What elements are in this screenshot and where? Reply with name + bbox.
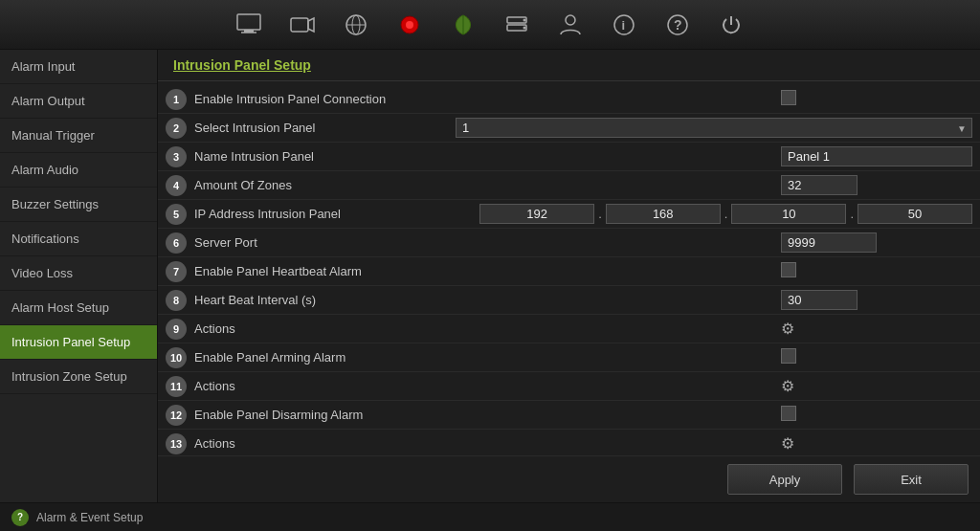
bottom-bar: ? Alarm & Event Setup (0, 502, 980, 531)
storage-icon[interactable] (499, 7, 535, 43)
value-amount-zones (781, 175, 972, 195)
bottom-label: Alarm & Event Setup (36, 511, 143, 524)
page-title: Intrusion Panel Setup (158, 50, 980, 81)
event-icon[interactable] (445, 7, 481, 43)
row-num-6: 6 (166, 232, 187, 254)
value-actions-11: ⚙ (781, 377, 972, 395)
sidebar-item-alarm-host-setup[interactable]: Alarm Host Setup (0, 291, 157, 325)
form-body: 1 Enable Intrusion Panel Connection 2 Se… (158, 81, 980, 455)
value-actions-9: ⚙ (781, 320, 972, 338)
label-actions-11: Actions (194, 379, 781, 393)
record-icon[interactable] (391, 7, 428, 43)
label-enable-connection: Enable Intrusion Panel Connection (194, 92, 781, 106)
label-heartbeat-interval: Heart Beat Interval (s) (194, 293, 781, 307)
label-heartbeat-alarm: Enable Panel Heartbeat Alarm (194, 264, 781, 278)
row-name-panel: 3 Name Intrusion Panel (158, 143, 980, 171)
checkbox-enable-connection[interactable] (781, 90, 796, 105)
select-panel-dropdown[interactable]: 1 2 3 4 (456, 118, 972, 138)
ip-octet-3[interactable] (731, 204, 846, 224)
svg-rect-0 (237, 14, 260, 30)
row-num-10: 10 (166, 347, 187, 368)
row-num-11: 11 (166, 376, 187, 397)
sidebar-item-alarm-audio[interactable]: Alarm Audio (0, 153, 157, 188)
value-name-panel (781, 146, 972, 166)
checkbox-heartbeat-alarm[interactable] (781, 262, 796, 277)
ip-octet-2[interactable] (606, 204, 721, 224)
camera-icon[interactable] (284, 7, 321, 43)
svg-point-12 (523, 18, 526, 21)
svg-point-13 (523, 26, 526, 29)
value-enable-connection (781, 90, 972, 108)
input-amount-zones[interactable] (781, 175, 858, 195)
label-name-panel: Name Intrusion Panel (194, 149, 781, 164)
row-num-8: 8 (166, 290, 187, 311)
power-icon[interactable] (713, 7, 749, 43)
label-amount-zones: Amount Of Zones (194, 178, 781, 192)
bottom-event-icon: ? (11, 509, 29, 526)
svg-point-9 (406, 21, 413, 29)
row-num-1: 1 (166, 89, 187, 110)
label-actions-9: Actions (194, 321, 781, 336)
user-icon[interactable] (552, 7, 589, 43)
exit-button[interactable]: Exit (854, 464, 969, 495)
sidebar-item-alarm-input[interactable]: Alarm Input (0, 50, 157, 84)
sidebar-item-notifications[interactable]: Notifications (0, 222, 157, 256)
value-actions-13: ⚙ (781, 434, 972, 453)
sidebar-item-buzzer-settings[interactable]: Buzzer Settings (0, 188, 157, 222)
monitor-icon[interactable] (231, 7, 267, 43)
label-ip-address: IP Address Intrusion Panel (194, 207, 479, 221)
input-heartbeat-interval[interactable] (781, 290, 858, 310)
row-num-4: 4 (166, 175, 187, 196)
input-name-panel[interactable] (781, 146, 972, 166)
value-arming-alarm (781, 348, 972, 366)
value-heartbeat-alarm (781, 262, 972, 280)
value-select-panel: 1 2 3 4 (456, 118, 972, 138)
row-amount-zones: 4 Amount Of Zones (158, 171, 980, 200)
row-num-7: 7 (166, 261, 187, 282)
value-heartbeat-interval (781, 290, 972, 310)
help-icon[interactable]: ? (659, 7, 696, 43)
row-num-5: 5 (166, 204, 187, 225)
row-heartbeat-interval: 8 Heart Beat Interval (s) (158, 286, 980, 315)
label-actions-13: Actions (194, 436, 781, 451)
row-num-12: 12 (166, 405, 187, 426)
row-num-13: 13 (166, 433, 187, 454)
checkbox-arming-alarm[interactable] (781, 348, 796, 364)
row-select-panel: 2 Select Intrusion Panel 1 2 3 4 (158, 114, 980, 143)
row-arming-alarm: 10 Enable Panel Arming Alarm (158, 343, 980, 372)
input-server-port[interactable] (781, 232, 877, 253)
svg-marker-4 (308, 18, 314, 32)
info-icon[interactable]: i (606, 7, 642, 43)
network-icon[interactable] (338, 7, 374, 43)
sidebar-item-video-loss[interactable]: Video Loss (0, 256, 157, 291)
row-actions-9: 9 Actions ⚙ (158, 315, 980, 343)
ip-octet-4[interactable] (858, 204, 972, 224)
row-num-3: 3 (166, 146, 187, 167)
value-server-port (781, 232, 972, 253)
top-navigation: i ? (0, 0, 980, 50)
sidebar-item-manual-trigger[interactable]: Manual Trigger (0, 119, 157, 153)
label-disarming-alarm: Enable Panel Disarming Alarm (194, 408, 781, 422)
label-arming-alarm: Enable Panel Arming Alarm (194, 350, 781, 365)
checkbox-disarming-alarm[interactable] (781, 406, 796, 421)
value-ip-address: . . . (479, 204, 972, 224)
row-num-9: 9 (166, 319, 187, 340)
sidebar-item-alarm-output[interactable]: Alarm Output (0, 84, 157, 119)
value-disarming-alarm (781, 406, 972, 424)
sidebar: Alarm Input Alarm Output Manual Trigger … (0, 50, 158, 502)
label-select-panel: Select Intrusion Panel (194, 121, 456, 135)
row-enable-connection: 1 Enable Intrusion Panel Connection (158, 85, 980, 114)
apply-button[interactable]: Apply (727, 464, 842, 495)
row-actions-13: 13 Actions ⚙ (158, 430, 980, 455)
sidebar-item-intrusion-zone-setup[interactable]: Intrusion Zone Setup (0, 360, 157, 394)
gear-icon-9[interactable]: ⚙ (781, 321, 794, 337)
row-disarming-alarm: 12 Enable Panel Disarming Alarm (158, 401, 980, 430)
svg-point-14 (566, 15, 575, 25)
gear-icon-13[interactable]: ⚙ (781, 435, 794, 452)
ip-octet-1[interactable] (479, 204, 594, 224)
row-ip-address: 5 IP Address Intrusion Panel . . . (158, 200, 980, 229)
sidebar-item-intrusion-panel-setup[interactable]: Intrusion Panel Setup (0, 325, 157, 360)
svg-text:?: ? (674, 17, 682, 33)
svg-text:i: i (622, 18, 626, 33)
gear-icon-11[interactable]: ⚙ (781, 378, 794, 394)
